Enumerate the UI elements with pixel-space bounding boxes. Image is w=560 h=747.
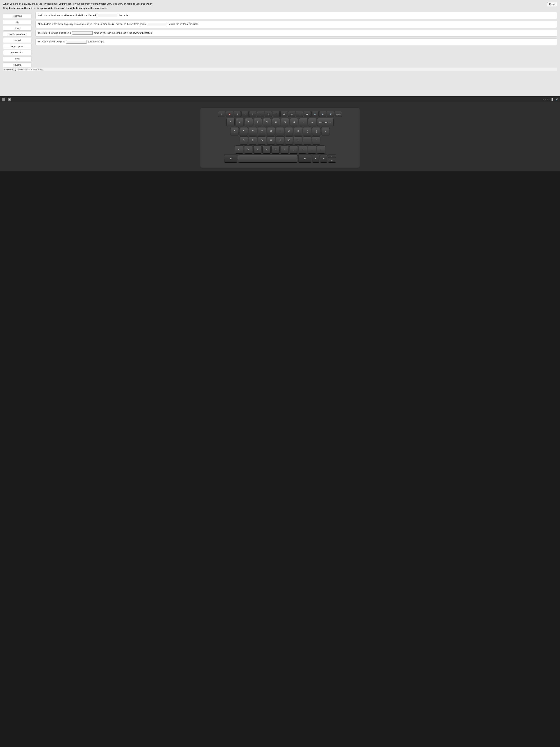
key-3[interactable]: #3 — [226, 118, 235, 126]
term-down[interactable]: down — [3, 26, 32, 31]
key-comma[interactable]: , — [290, 146, 298, 154]
key-f4[interactable]: ⊡ — [249, 111, 256, 117]
s3-text-1: Therefore, the swing must exert a — [38, 32, 71, 34]
key-space[interactable] — [238, 155, 297, 163]
key-f11[interactable]: ▶▶ — [304, 111, 311, 117]
key-y[interactable]: Y — [258, 127, 266, 135]
circle-icon[interactable]: ○ — [2, 98, 5, 101]
battery-icon: ▐▌ — [551, 98, 554, 100]
blank-4[interactable] — [66, 40, 86, 44]
key-menu[interactable]: ☰ — [312, 155, 319, 163]
sentence-4: So, your apparent weight is your true we… — [35, 38, 557, 45]
key-k[interactable]: K — [285, 136, 293, 145]
key-f9[interactable]: ◂◂ — [288, 111, 295, 117]
key-e[interactable]: E — [231, 127, 239, 135]
key-f10[interactable]: ⬛ — [296, 111, 303, 117]
key-rbracket[interactable]: ] — [312, 127, 320, 135]
sentence-3: Therefore, the swing must exert a force … — [35, 30, 557, 36]
key-6[interactable]: ^6 — [254, 118, 262, 126]
key-semicolon[interactable]: ; — [303, 136, 311, 145]
key-t[interactable]: T — [249, 127, 257, 135]
key-r[interactable]: R — [240, 127, 248, 135]
key-p[interactable]: P — [294, 127, 302, 135]
key-l[interactable]: L — [294, 136, 302, 145]
s1-text-1: In circular motion there must be a centr… — [38, 14, 96, 17]
key-f13[interactable]: 🔉 — [319, 111, 326, 117]
key-i[interactable]: I — [276, 127, 284, 135]
key-f7[interactable]: ✦ — [273, 111, 279, 117]
term-from[interactable]: from — [3, 56, 32, 61]
key-8[interactable]: *8 — [272, 118, 280, 126]
term-greater-than[interactable]: greater than — [3, 50, 32, 55]
key-5[interactable]: %5 — [245, 118, 253, 126]
term-smaller-downward[interactable]: smaller downward — [3, 32, 32, 37]
taskbar: ○ ⊞ ▲▲▲ ▐▌ 🔊 — [0, 96, 560, 102]
key-fn[interactable]: fn — [218, 111, 225, 117]
key-delete[interactable]: delete — [335, 111, 342, 117]
asdf-row: D F G H J K L ; ' — [205, 136, 355, 145]
key-alt-left[interactable]: alt — [224, 155, 237, 163]
number-row: #3 $4 %5 ^6 &7 *8 9 0 - = backspace ← — [205, 118, 355, 126]
key-f6[interactable]: ⊞ — [265, 111, 272, 117]
blank-2[interactable] — [147, 23, 167, 26]
key-period[interactable]: . — [308, 146, 316, 154]
key-backspace[interactable]: backspace ← — [317, 118, 334, 126]
key-quote[interactable]: ' — [312, 136, 320, 145]
key-f[interactable]: F — [249, 136, 257, 145]
key-o[interactable]: O — [285, 127, 293, 135]
reset-button[interactable]: Reset — [547, 2, 557, 6]
key-gt[interactable]: > — [299, 146, 307, 154]
key-slash[interactable]: / — [317, 146, 325, 154]
question-text: When you are on a swing, and at the lowe… — [3, 2, 557, 5]
term-up[interactable]: up — [3, 20, 32, 24]
key-v[interactable]: V — [244, 146, 252, 154]
key-4[interactable]: $4 — [236, 118, 244, 126]
key-f14[interactable]: 🔊 — [327, 111, 334, 117]
key-c[interactable]: C — [235, 146, 243, 154]
term-larger-upward[interactable]: larger upward — [3, 44, 32, 49]
key-arrow-down[interactable]: ▼ — [328, 159, 336, 163]
key-f12[interactable]: 🔈 — [312, 111, 319, 117]
blank-1[interactable] — [97, 14, 117, 17]
key-7[interactable]: &7 — [263, 118, 271, 126]
bottom-bar — [0, 171, 560, 179]
key-b[interactable]: B — [254, 146, 262, 154]
key-f2[interactable]: 🖥 — [234, 111, 241, 117]
fn-row: fn 🔇 🖥 ⎗ ⊡ ⬚ ⊞ ✦ ⋈ ◂◂ ⬛ ▶▶ 🔈 🔉 🔊 delete — [205, 111, 355, 117]
term-equal-to[interactable]: equal to — [3, 62, 32, 67]
blank-3[interactable] — [72, 31, 92, 35]
signal-icon: ▲▲▲ — [543, 98, 549, 100]
key-g[interactable]: G — [258, 136, 266, 145]
grid-icon[interactable]: ⊞ — [8, 98, 11, 101]
key-u[interactable]: U — [267, 127, 275, 135]
key-d[interactable]: D — [240, 136, 248, 145]
key-f3[interactable]: ⎗ — [241, 111, 248, 117]
s4-text-2: your true weight. — [88, 41, 104, 43]
qwerty-row: E R T Y U I O P [ ] \ — [205, 127, 355, 135]
volume-icon: 🔊 — [556, 98, 558, 101]
term-less-than[interactable]: less than — [3, 14, 32, 18]
key-lt[interactable]: < — [281, 146, 289, 154]
s1-text-2: the center. — [119, 14, 129, 17]
key-equals[interactable]: = — [308, 118, 316, 126]
key-9[interactable]: 9 — [281, 118, 289, 126]
key-0[interactable]: 0 — [290, 118, 298, 126]
key-n[interactable]: N — [262, 146, 271, 154]
term-toward[interactable]: toward — [3, 38, 32, 43]
key-alt-right[interactable]: alt — [298, 155, 311, 163]
key-j[interactable]: J — [276, 136, 284, 145]
key-arrow-left[interactable]: ◀ — [320, 155, 327, 163]
key-m[interactable]: M — [271, 146, 279, 154]
browser-screen: Reset When you are on a swing, and at th… — [0, 0, 560, 96]
key-f8[interactable]: ⋈ — [281, 111, 287, 117]
key-lbracket[interactable]: [ — [303, 127, 311, 135]
key-minus[interactable]: - — [299, 118, 307, 126]
instruction-text: Drag the terms on the left to the approp… — [3, 7, 557, 9]
sentence-2: At the bottom of the swing trajectory we… — [35, 21, 557, 28]
key-f1[interactable]: 🔇 — [226, 111, 233, 117]
key-backslash[interactable]: \ — [321, 127, 329, 135]
key-f5[interactable]: ⬚ — [257, 111, 264, 117]
key-h[interactable]: H — [267, 136, 275, 145]
key-arrow-up[interactable]: ▲ — [328, 155, 336, 158]
zxcv-row: C V B N M < , > . / — [205, 146, 355, 154]
